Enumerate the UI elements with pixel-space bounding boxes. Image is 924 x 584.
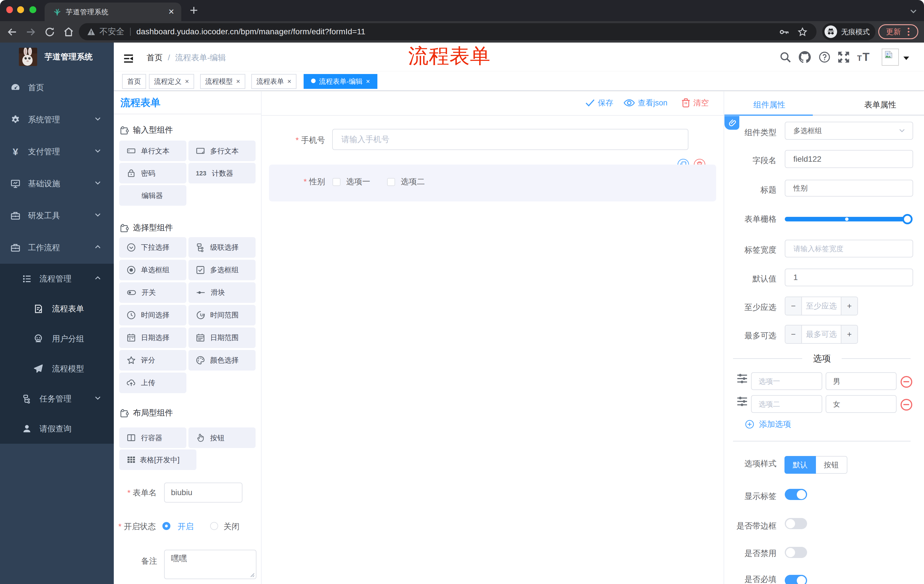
svg-text:123: 123 <box>196 170 206 177</box>
svg-text:T: T <box>863 51 870 63</box>
svg-text:T: T <box>857 54 862 63</box>
